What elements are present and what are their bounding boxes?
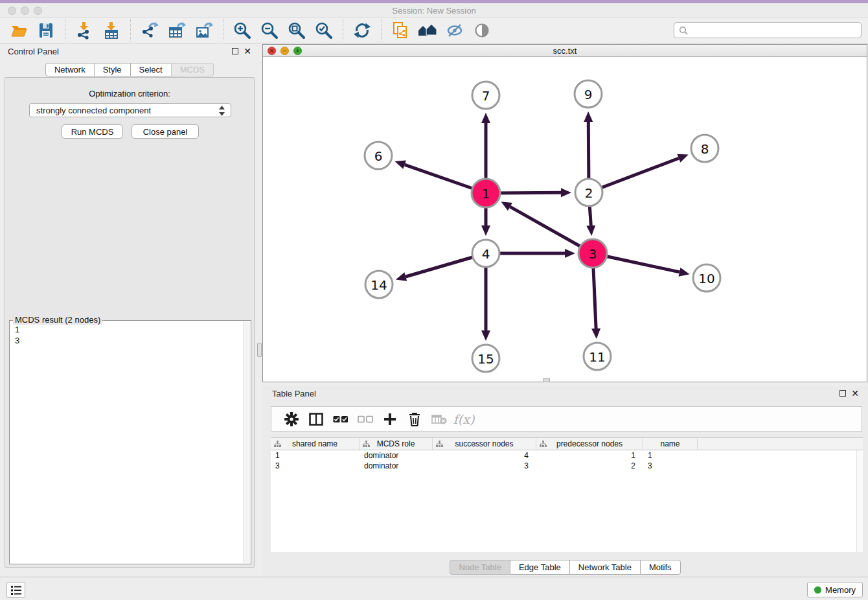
- graph-node-label-8: 8: [701, 141, 709, 157]
- column-header-shared-name[interactable]: shared name: [271, 438, 360, 450]
- column-label: name: [660, 439, 680, 448]
- import-table-icon[interactable]: [102, 21, 121, 40]
- edge-arrowhead: [481, 113, 490, 123]
- status-bar: Memory: [0, 577, 868, 600]
- export-image-icon[interactable]: [194, 21, 214, 40]
- search-icon: [678, 25, 689, 36]
- result-scrollbar[interactable]: [243, 321, 250, 563]
- tab-select[interactable]: Select: [130, 63, 172, 76]
- delete-table-icon[interactable]: [431, 411, 448, 428]
- app-titlebar: Session: New Session: [0, 3, 868, 18]
- zoom-selected-icon[interactable]: [314, 21, 334, 40]
- panel-splitter-grip[interactable]: [257, 343, 262, 357]
- mcds-result-title: MCDS result (2 nodes): [13, 315, 102, 325]
- toolbar-separator: [343, 19, 343, 41]
- tab-network-table[interactable]: Network Table: [569, 560, 641, 575]
- network-canvas-svg[interactable]: 7968124314101511: [263, 57, 867, 382]
- graph-node-label-7: 7: [482, 88, 490, 104]
- hide-details-eye-icon[interactable]: [445, 21, 464, 40]
- graph-node-label-3: 3: [589, 246, 597, 262]
- table-cell: 2: [536, 461, 643, 471]
- export-network-icon[interactable]: [140, 21, 159, 40]
- table-settings-gear-icon[interactable]: [283, 411, 300, 428]
- select-all-rows-icon[interactable]: [332, 411, 349, 428]
- table-scrollbar[interactable]: [856, 450, 863, 552]
- import-network-icon[interactable]: [74, 21, 94, 40]
- criterion-select[interactable]: strongly connected component: [29, 103, 231, 117]
- run-mcds-button[interactable]: Run MCDS: [62, 124, 123, 139]
- table-cell: 1: [536, 450, 643, 461]
- network-window: ✕ − + scc.txt 7968124314101511: [262, 44, 867, 382]
- control-panel: Control Panel ✕ NetworkStyleSelectMCDS O…: [0, 44, 259, 577]
- refresh-icon[interactable]: [352, 21, 372, 40]
- tab-style[interactable]: Style: [94, 63, 131, 76]
- node-table-header[interactable]: shared nameMCDS rolesuccessor nodesprede…: [271, 438, 863, 450]
- table-panel-close-button[interactable]: ✕: [851, 390, 859, 397]
- edge-arrowhead: [481, 330, 490, 341]
- deselect-all-rows-icon[interactable]: [357, 411, 374, 428]
- contrast-eye-icon[interactable]: [472, 21, 492, 40]
- tab-edge-table[interactable]: Edge Table: [510, 560, 570, 575]
- control-panel-float-button[interactable]: [232, 48, 238, 54]
- show-columns-icon[interactable]: [308, 411, 325, 428]
- sort-hierarchy-icon: [540, 441, 547, 448]
- control-panel-close-button[interactable]: ✕: [244, 48, 251, 54]
- network-window-title: scc.txt: [263, 46, 867, 56]
- zoom-fit-icon[interactable]: [287, 21, 306, 40]
- table-panel-tabs: Node TableEdge TableNetwork TableMotifs: [262, 560, 868, 575]
- edge-arrowhead: [394, 161, 405, 169]
- memory-button[interactable]: Memory: [807, 582, 863, 597]
- graph-node-label-4: 4: [482, 246, 490, 262]
- app-title: Session: New Session: [0, 6, 868, 16]
- tab-network[interactable]: Network: [45, 63, 95, 76]
- table-panel-title: Table Panel: [272, 389, 316, 398]
- task-history-button[interactable]: [6, 582, 25, 598]
- control-panel-title: Control Panel: [8, 47, 59, 56]
- edge-arrowhead: [561, 188, 571, 197]
- table-row[interactable]: 1dominator411: [271, 450, 863, 461]
- duplicate-network-icon[interactable]: [391, 21, 410, 40]
- node-table-body: 1dominator4113dominator323: [271, 450, 863, 471]
- column-label: predecessor nodes: [556, 439, 622, 448]
- result-line: 3: [15, 335, 240, 346]
- table-panel-float-button[interactable]: [839, 390, 846, 397]
- export-table-icon[interactable]: [167, 21, 187, 40]
- add-column-icon[interactable]: [382, 411, 398, 428]
- column-header-predecessor-nodes[interactable]: predecessor nodes: [536, 438, 643, 450]
- sort-hierarchy-icon: [363, 441, 370, 448]
- open-session-icon[interactable]: [9, 21, 29, 40]
- toolbar-separator: [65, 19, 65, 41]
- tab-mcds[interactable]: MCDS: [171, 63, 214, 76]
- tab-node-table[interactable]: Node Table: [450, 560, 510, 575]
- network-window-titlebar[interactable]: ✕ − + scc.txt: [263, 45, 867, 57]
- tab-motifs[interactable]: Motifs: [640, 560, 681, 575]
- zoom-in-icon[interactable]: [233, 21, 252, 40]
- column-header-successor-nodes[interactable]: successor nodes: [433, 438, 536, 450]
- table-row[interactable]: 3dominator323: [271, 461, 863, 471]
- criterion-selected-value: strongly connected component: [36, 106, 151, 115]
- mcds-result-box: MCDS result (2 nodes) 13: [9, 320, 251, 564]
- table-cell: 3: [433, 461, 536, 471]
- close-panel-button[interactable]: Close panel: [131, 124, 199, 139]
- sort-hierarchy-icon: [436, 441, 443, 448]
- canvas-splitter-grip[interactable]: [543, 378, 550, 382]
- overview-homes-icon[interactable]: [418, 21, 437, 40]
- mcds-result-lines: 13: [15, 324, 240, 346]
- zoom-out-icon[interactable]: [260, 21, 279, 40]
- column-label: MCDS role: [377, 439, 415, 448]
- edge-arrowhead: [591, 329, 600, 339]
- table-cell: dominator: [360, 450, 433, 461]
- control-panel-tabs: NetworkStyleSelectMCDS: [0, 63, 259, 76]
- edge-arrowhead: [481, 225, 490, 236]
- table-cell: 1: [271, 450, 360, 461]
- search-input[interactable]: [674, 22, 862, 38]
- function-builder-icon[interactable]: f(x): [455, 411, 472, 428]
- result-line: 1: [15, 324, 240, 335]
- column-header-name[interactable]: name: [643, 438, 698, 450]
- delete-column-icon[interactable]: [406, 411, 423, 428]
- optimization-criterion-label: Optimization criterion:: [5, 89, 254, 98]
- edge-arrowhead: [565, 249, 575, 258]
- column-header-mcds-role[interactable]: MCDS role: [360, 438, 433, 450]
- save-session-icon[interactable]: [36, 21, 56, 40]
- node-table[interactable]: shared nameMCDS rolesuccessor nodesprede…: [271, 437, 863, 552]
